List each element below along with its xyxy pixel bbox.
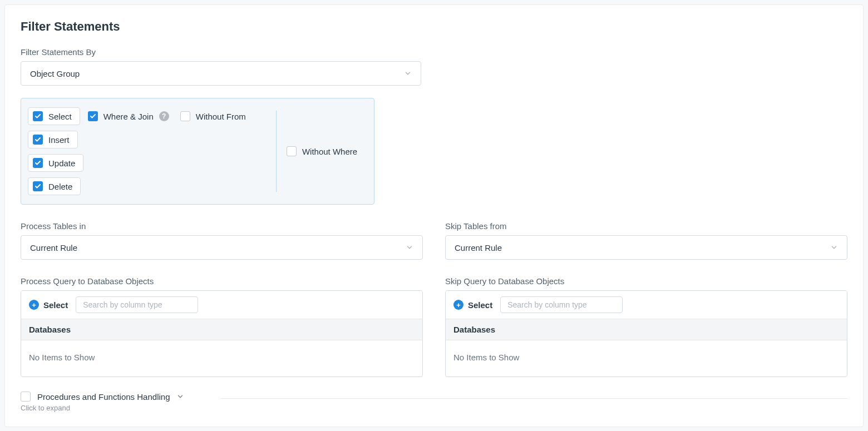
statement-type-left: Select Where & Join ? Without From (28, 107, 276, 195)
process-tables-label: Process Tables in (21, 221, 423, 231)
checkmark-icon (33, 135, 43, 145)
process-search-input[interactable] (76, 296, 198, 313)
skip-objects-panel: + Select Databases No Items to Show (445, 290, 847, 377)
checkbox-box-icon (180, 111, 190, 121)
chevron-down-icon (830, 244, 838, 251)
checkbox-box-icon (287, 146, 297, 156)
skip-query-label: Skip Query to Database Objects (445, 276, 847, 286)
checkbox-label: Insert (48, 135, 70, 145)
process-select-button[interactable]: + Select (29, 300, 68, 310)
checkmark-icon (33, 158, 43, 168)
checkmark-icon (33, 181, 43, 191)
skip-table-header: Databases (446, 319, 847, 340)
checkbox-label: Select (48, 112, 72, 121)
process-tables-select[interactable]: Current Rule (21, 235, 423, 260)
procedures-expander[interactable]: Procedures and Functions Handling Click … (21, 392, 847, 412)
process-table-header: Databases (21, 319, 422, 340)
checkmark-icon (33, 111, 43, 121)
checkbox-label: Without From (196, 112, 246, 121)
expander-checkbox[interactable] (21, 392, 31, 402)
filter-by-label: Filter Statements By (21, 47, 847, 57)
skip-select-button[interactable]: + Select (453, 300, 492, 310)
help-icon[interactable]: ? (159, 111, 169, 121)
section-title: Filter Statements (21, 19, 847, 34)
filter-statements-panel: Filter Statements Filter Statements By O… (4, 4, 864, 427)
checkbox-without-where[interactable]: Without Where (283, 144, 361, 158)
select-button-label: Select (43, 300, 68, 310)
checkbox-where-join[interactable]: Where & Join ? (85, 107, 172, 125)
select-button-label: Select (468, 300, 492, 310)
expander-hint: Click to expand (21, 404, 847, 412)
skip-tables-select[interactable]: Current Rule (445, 235, 847, 260)
checkbox-without-from[interactable]: Without From (177, 107, 249, 125)
process-empty-text: No Items to Show (21, 340, 422, 376)
checkbox-label: Delete (48, 182, 72, 191)
checkbox-label: Without Where (302, 147, 357, 156)
plus-circle-icon: + (453, 300, 463, 310)
plus-circle-icon: + (29, 300, 39, 310)
checkmark-icon (88, 111, 98, 121)
checkbox-label: Update (48, 158, 75, 168)
checkbox-insert[interactable]: Insert (28, 131, 78, 148)
process-objects-panel: + Select Databases No Items to Show (21, 290, 423, 377)
skip-tables-value: Current Rule (455, 243, 502, 252)
skip-empty-text: No Items to Show (446, 340, 847, 376)
statement-type-group: Select Where & Join ? Without From (21, 98, 374, 205)
skip-search-input[interactable] (500, 296, 623, 313)
filter-by-value: Object Group (30, 69, 80, 78)
checkbox-delete[interactable]: Delete (28, 177, 81, 195)
checkbox-label: Where & Join (103, 112, 154, 121)
expander-title: Procedures and Functions Handling (37, 392, 170, 402)
skip-tables-label: Skip Tables from (445, 221, 847, 231)
chevron-down-icon (176, 393, 184, 400)
chevron-down-icon (404, 70, 412, 77)
filter-by-select[interactable]: Object Group (21, 61, 421, 86)
process-query-label: Process Query to Database Objects (21, 276, 423, 286)
process-tables-value: Current Rule (30, 243, 77, 252)
chevron-down-icon (406, 244, 413, 251)
checkbox-select[interactable]: Select (28, 107, 80, 125)
checkbox-update[interactable]: Update (28, 154, 83, 172)
